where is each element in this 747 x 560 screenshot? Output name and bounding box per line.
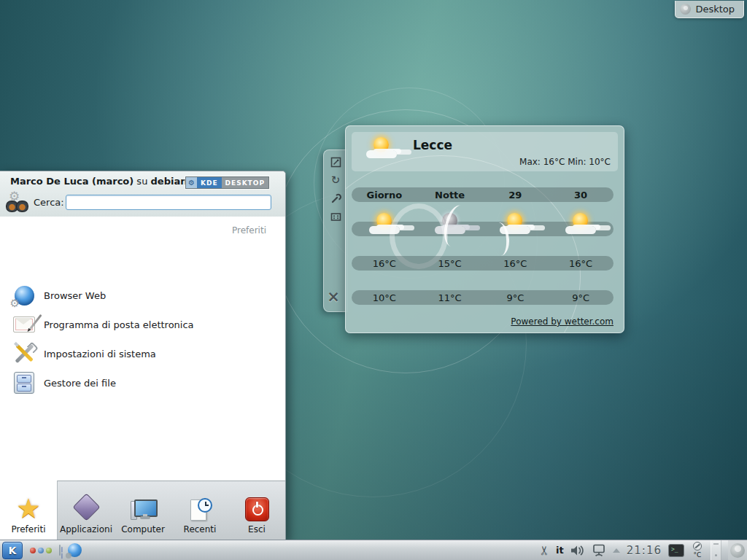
configure-wrench-icon[interactable] <box>330 192 342 205</box>
host-name: debian <box>151 176 187 187</box>
menu-item-mail-client[interactable]: Programma di posta elettronica <box>0 310 281 339</box>
red-dot-icon <box>30 548 36 553</box>
panel-cashew-button[interactable] <box>728 540 747 560</box>
green-dot-icon <box>46 548 52 553</box>
day-temp: 16°C <box>548 256 614 271</box>
weather-col-header: 30 <box>548 187 614 202</box>
badge-kde-label: KDE <box>197 177 222 188</box>
clipboard-scissors-icon[interactable]: ✂ <box>537 545 551 555</box>
menu-item-label: Gestore dei file <box>44 378 116 389</box>
tab-label: Recenti <box>184 524 217 534</box>
weather-current-icon <box>365 136 398 161</box>
weather-location: Lecce <box>413 138 452 152</box>
menu-item-file-manager[interactable]: Gestore dei file <box>0 368 281 397</box>
tab-label: Applicazioni <box>60 524 112 534</box>
day-temp: 16°C <box>352 256 417 271</box>
kickoff-header: Marco De Luca (marco) su debian ⚙ KDE DE… <box>0 171 285 217</box>
day-temp: 15°C <box>417 256 483 271</box>
weather-col-header: Giorno <box>352 187 417 202</box>
applications-diamond-icon <box>72 493 100 521</box>
weather-widget-handle[interactable]: ↻ × <box>323 149 348 312</box>
sun-cloud-icon <box>498 212 532 237</box>
sun-cloud-icon <box>564 212 597 237</box>
menu-item-label: Programma di posta elettronica <box>44 319 194 330</box>
weather-column-headers: Giorno Notte 29 30 <box>352 187 614 202</box>
night-temp: 11°C <box>417 290 483 305</box>
kde-menu-button[interactable]: K <box>2 542 23 559</box>
tab-label: Preferiti <box>12 524 46 534</box>
activity-dots-icon[interactable] <box>30 548 52 553</box>
file-manager-launcher-icon[interactable] <box>59 545 60 556</box>
web-browser-icon: ⚙ <box>12 283 36 308</box>
terminal-tray-icon[interactable]: >_ <box>668 544 684 557</box>
menu-item-label: Impostazioni di sistema <box>44 349 156 359</box>
kde-gear-icon: ⚙ <box>186 177 197 188</box>
search-binoculars-icon: ⚙ <box>6 192 29 214</box>
weather-night-temps: 10°C 11°C 9°C 9°C <box>352 290 614 305</box>
file-manager-icon <box>12 370 36 395</box>
weather-day-temps: 16°C 15°C 16°C 16°C <box>352 256 614 271</box>
kickoff-user-line: Marco De Luca (marco) su debian <box>10 176 187 187</box>
web-browser-launcher-icon[interactable] <box>68 543 82 557</box>
tab-preferiti[interactable]: ★ Preferiti <box>0 481 58 540</box>
computer-icon <box>131 498 155 521</box>
tab-computer[interactable]: Computer <box>115 481 171 540</box>
weather-condition-row <box>352 222 614 236</box>
star-icon: ★ <box>16 497 40 521</box>
menu-item-label: Browser Web <box>44 290 106 301</box>
menu-item-browser-web[interactable]: ⚙ Browser Web <box>0 281 281 310</box>
digital-clock[interactable]: 21:16 <box>627 544 662 557</box>
favorites-category-label: Preferiti <box>232 225 266 236</box>
keyboard-layout-indicator[interactable]: it <box>556 545 564 556</box>
weather-header: Lecce Max: 16°C Min: 10°C <box>352 132 618 171</box>
sun-cloud-icon <box>368 212 401 237</box>
badge-desktop-label: DESKTOP <box>222 177 268 188</box>
weather-widget: Lecce Max: 16°C Min: 10°C Giorno Notte 2… <box>345 125 624 333</box>
volume-icon[interactable] <box>570 545 585 556</box>
desktop-toolbox[interactable]: Desktop <box>675 1 744 18</box>
weather-col-header: 29 <box>483 187 549 202</box>
night-temp: 9°C <box>548 290 614 305</box>
night-temp: 10°C <box>352 290 417 305</box>
resize-icon[interactable] <box>330 156 342 168</box>
kickoff-menu: Marco De Luca (marco) su debian ⚙ KDE DE… <box>0 171 286 540</box>
mail-client-icon <box>12 312 36 337</box>
weather-credit-link[interactable]: Powered by wetter.com <box>511 316 614 327</box>
wallpaper-ring-decor <box>345 155 581 333</box>
menu-item-system-settings[interactable]: Impostazioni di sistema <box>0 339 281 368</box>
recent-documents-icon <box>187 498 212 521</box>
kickoff-favorites-view: Preferiti ⚙ Browser Web Programma di pos… <box>0 217 285 481</box>
close-icon[interactable]: × <box>324 288 343 306</box>
search-input[interactable] <box>66 195 271 210</box>
kde-desktop-badge: ⚙ KDE DESKTOP <box>185 176 269 189</box>
kde-desktop: { "desktop_toolbox": { "label": "Desktop… <box>0 0 747 560</box>
plasma-cashew-icon <box>680 4 691 15</box>
rotate-icon[interactable]: ↻ <box>330 174 342 187</box>
plasma-cashew-icon <box>730 543 745 558</box>
toolbox-label: Desktop <box>695 4 735 15</box>
settings-grid-icon[interactable] <box>330 211 342 223</box>
taskbar-panel: K ✂ it 21:16 >_ °C <box>0 540 747 560</box>
blue-dot-icon <box>38 548 44 553</box>
weather-celsius-tray-icon[interactable]: °C <box>691 542 704 559</box>
user-connector: su <box>136 176 147 187</box>
tab-recenti[interactable]: Recenti <box>171 481 228 540</box>
panel-launchers: K <box>0 542 82 559</box>
system-tray: ✂ it 21:16 >_ °C <box>539 540 747 560</box>
tray-expand-arrow-icon[interactable] <box>613 548 620 553</box>
tab-label: Esci <box>248 524 266 534</box>
night-temp: 9°C <box>483 290 549 305</box>
day-temp: 16°C <box>483 256 549 271</box>
tab-label: Computer <box>121 524 165 534</box>
weather-col-header: Notte <box>417 187 483 202</box>
tab-esci[interactable]: Esci <box>228 481 285 540</box>
system-settings-icon <box>12 341 36 366</box>
user-name: Marco De Luca (marco) <box>10 176 133 187</box>
kickoff-tab-strip: ★ Preferiti Applicazioni Computer Recent… <box>0 481 285 540</box>
kde-logo-icon: K <box>9 545 17 556</box>
power-exit-icon <box>245 497 269 521</box>
panel-spacer-handle[interactable] <box>711 540 721 560</box>
moon-cloud-icon <box>433 212 467 237</box>
tab-applicazioni[interactable]: Applicazioni <box>58 481 115 540</box>
network-monitor-icon[interactable] <box>592 544 606 557</box>
